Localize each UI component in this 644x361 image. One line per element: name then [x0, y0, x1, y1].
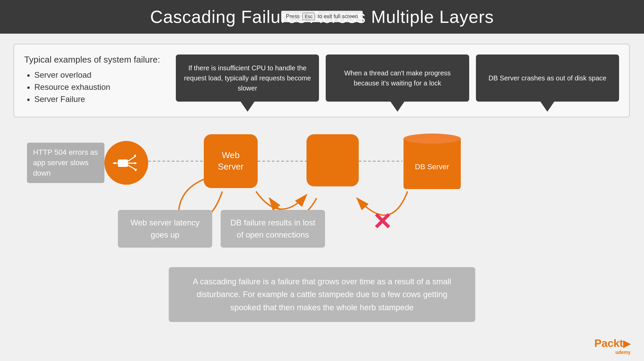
app-server-label: HTTP 504 errors as app server slows down	[27, 143, 104, 183]
packt-name: Packt	[594, 337, 623, 349]
packt-sub: udemy	[594, 350, 631, 355]
svg-marker-8	[134, 162, 137, 165]
info-boxes-right: If there is insufficient CPU to handle t…	[176, 55, 619, 102]
db-failure-box: DB failure results in lost of open conne…	[221, 210, 325, 248]
list-item: Server Failure	[34, 95, 169, 104]
web-latency-text: Web server latency goes up	[131, 218, 200, 239]
svg-line-5	[128, 156, 136, 161]
x-mark: ✕	[372, 210, 392, 233]
db-server-node: DB Server	[401, 131, 463, 193]
router-icon	[113, 149, 140, 176]
svg-rect-4	[118, 159, 128, 167]
top-info-box: Typical examples of system failure: Serv…	[13, 44, 630, 117]
esc-tooltip-before: Press	[286, 13, 300, 20]
bottom-description: A cascading failure is a failure that gr…	[169, 267, 475, 322]
info-left: Typical examples of system failure: Serv…	[24, 55, 169, 107]
list-item: Server overload	[34, 70, 169, 80]
main-content: Typical examples of system failure: Serv…	[0, 34, 644, 329]
db-label: DB Server	[415, 162, 449, 172]
web-server-label: WebServer	[218, 150, 244, 173]
esc-key: Esc	[302, 13, 315, 20]
diagram-area: HTTP 504 errors as app server slows down	[13, 121, 630, 262]
web-latency-box: Web server latency goes up	[118, 210, 212, 248]
packt-logo: Packt▶ udemy	[594, 337, 631, 355]
esc-tooltip-after: to exit full screen	[318, 13, 358, 20]
speech-box-2: When a thread can't make progress becaus…	[326, 55, 469, 102]
list-item: Resource exhaustion	[34, 82, 169, 92]
speech-box-1: If there is insufficient CPU to handle t…	[176, 55, 319, 102]
packt-arrow: ▶	[623, 338, 631, 349]
svg-marker-10	[134, 169, 137, 172]
speech-box-3: DB Server crashes as out of disk space	[476, 55, 619, 102]
thread-server-box	[307, 134, 359, 186]
app-server-node	[104, 141, 148, 185]
web-server-box: WebServer	[204, 134, 258, 188]
esc-tooltip: Press Esc to exit full screen	[281, 11, 363, 22]
db-cylinder: DB Server	[404, 134, 461, 191]
failure-list: Server overload Resource exhaustion Serv…	[24, 70, 169, 104]
db-top	[404, 134, 461, 144]
app-server-label-text: HTTP 504 errors as app server slows down	[33, 148, 98, 177]
header: Press Esc to exit full screen Cascading …	[0, 0, 644, 34]
info-left-title: Typical examples of system failure:	[24, 55, 169, 65]
db-body: DB Server	[404, 139, 461, 189]
svg-marker-12	[113, 162, 116, 165]
db-failure-text: DB failure results in lost of open conne…	[230, 218, 315, 239]
